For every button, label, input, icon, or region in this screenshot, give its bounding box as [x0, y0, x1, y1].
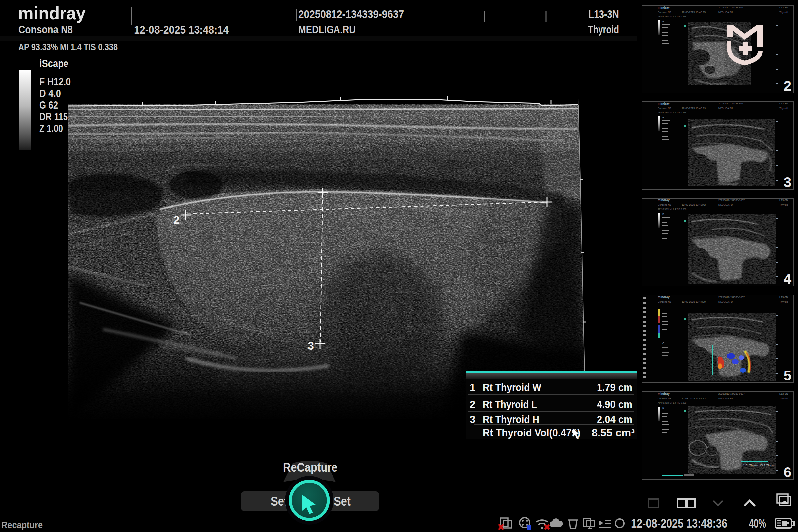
svg-text:20250812-134339-9637: 20250812-134339-9637: [298, 8, 404, 20]
svg-text:Consona N8: Consona N8: [658, 397, 671, 400]
svg-text:Rt Thyroid Vol(0.479): Rt Thyroid Vol(0.479): [483, 427, 580, 439]
svg-text:12-08-2025 13:48:14: 12-08-2025 13:48:14: [134, 23, 229, 36]
svg-text:C: C: [662, 342, 665, 345]
svg-text:Consona N8: Consona N8: [658, 300, 671, 303]
svg-text:ReCapture: ReCapture: [283, 460, 338, 474]
svg-text:2: 2: [470, 399, 475, 410]
svg-text:20250812-134339-9637: 20250812-134339-9637: [718, 102, 745, 105]
svg-text:6: 6: [784, 464, 791, 480]
svg-text:L13-3N: L13-3N: [779, 199, 788, 202]
svg-text:1.79 cm: 1.79 cm: [597, 382, 632, 393]
svg-text:L13-3N: L13-3N: [779, 392, 788, 395]
svg-text:Set: Set: [334, 494, 351, 508]
svg-text:12-08-2025 13:48:42: 12-08-2025 13:48:42: [682, 204, 706, 207]
svg-text:B: B: [662, 116, 664, 119]
svg-text:Recapture: Recapture: [1, 519, 42, 530]
svg-text:mindray: mindray: [658, 392, 670, 396]
svg-text:Consona N8: Consona N8: [18, 23, 73, 36]
svg-text:20250812-134339-9637: 20250812-134339-9637: [718, 199, 745, 202]
svg-text:Rt Thyroid L: Rt Thyroid L: [483, 399, 537, 410]
svg-text:Consona N8: Consona N8: [658, 204, 671, 207]
svg-text:AP 93.33% MI 1.4 TIS 0.338: AP 93.33% MI 1.4 TIS 0.338: [658, 15, 686, 18]
svg-text:Rt Thyroid W: Rt Thyroid W: [483, 382, 542, 393]
svg-text:mindray: mindray: [658, 295, 670, 299]
svg-text:12-08-2025 13:48:29: 12-08-2025 13:48:29: [682, 107, 706, 110]
svg-text:12-08-2025 13:48:36: 12-08-2025 13:48:36: [631, 517, 727, 530]
svg-text:Thyroid: Thyroid: [779, 204, 788, 207]
svg-text:mindray: mindray: [658, 102, 670, 106]
svg-text:3: 3: [470, 414, 475, 425]
svg-text:MEDLIGA.RU: MEDLIGA.RU: [718, 204, 733, 207]
svg-text:20250812-134339-9637: 20250812-134339-9637: [718, 392, 745, 395]
svg-text:B: B: [662, 20, 664, 23]
svg-text:12-08-2025 13:47:13: 12-08-2025 13:47:13: [682, 397, 706, 400]
svg-text:MEDLIGA.RU: MEDLIGA.RU: [298, 23, 356, 36]
svg-text:G 62: G 62: [39, 99, 58, 111]
svg-text:L13-3N: L13-3N: [779, 6, 788, 9]
svg-text:DR 115: DR 115: [39, 111, 68, 123]
svg-text:1 Rt Thyroid W 1.79 cm: 1 Rt Thyroid W 1.79 cm: [743, 463, 774, 467]
svg-text:Z 1.00: Z 1.00: [39, 123, 63, 134]
svg-text:mindray: mindray: [658, 198, 670, 202]
svg-text:Thyroid: Thyroid: [588, 23, 619, 36]
svg-text:12-08-2025 13:48:25: 12-08-2025 13:48:25: [682, 11, 706, 14]
svg-text:MEDLIGA.RU: MEDLIGA.RU: [718, 11, 733, 14]
svg-text:4: 4: [784, 271, 792, 287]
svg-text:3: 3: [784, 174, 791, 190]
svg-text:Consona N8: Consona N8: [658, 107, 671, 110]
svg-text:AP 93.33% MI 1.4 TIS 0.338: AP 93.33% MI 1.4 TIS 0.338: [658, 111, 686, 114]
svg-text:MEDLIGA.RU: MEDLIGA.RU: [718, 300, 733, 303]
svg-text:2: 2: [173, 213, 179, 226]
svg-text:AP 93.33% MI 1.4 TIS 0.338: AP 93.33% MI 1.4 TIS 0.338: [18, 41, 118, 52]
svg-text:Thyroid: Thyroid: [779, 397, 788, 400]
svg-text:AP 93.33% MI 1.4 TIS 0.338: AP 93.33% MI 1.4 TIS 0.338: [658, 402, 686, 404]
svg-text:8.55 cm³: 8.55 cm³: [591, 427, 635, 439]
svg-text:L13-3N: L13-3N: [779, 102, 788, 105]
svg-text:1: 1: [470, 382, 475, 393]
svg-text:Consona N8: Consona N8: [658, 11, 671, 14]
svg-text:F H12.0: F H12.0: [39, 76, 71, 88]
svg-text:Thyroid: Thyroid: [779, 300, 788, 303]
svg-text:2: 2: [784, 78, 791, 94]
svg-text:L13-3N: L13-3N: [779, 296, 788, 299]
svg-text:5: 5: [784, 368, 791, 383]
svg-text:MEDLIGA.RU: MEDLIGA.RU: [718, 397, 733, 400]
svg-text:20250812-134339-9637: 20250812-134339-9637: [718, 6, 745, 9]
svg-text:Thyroid: Thyroid: [779, 107, 788, 110]
svg-text:MEDLIGA.RU: MEDLIGA.RU: [718, 107, 733, 110]
svg-text:12-08-2025 13:47:39: 12-08-2025 13:47:39: [682, 300, 706, 303]
svg-text:iScape: iScape: [39, 57, 69, 70]
svg-text:D 4.0: D 4.0: [39, 88, 61, 99]
svg-text:AP 93.33% MI 1.4 TIS 0.338: AP 93.33% MI 1.4 TIS 0.338: [658, 208, 686, 210]
svg-text:B: B: [662, 406, 664, 409]
svg-text:L13-3N: L13-3N: [588, 8, 619, 20]
svg-text:2.04 cm: 2.04 cm: [597, 414, 632, 425]
svg-text:20250812-134339-9637: 20250812-134339-9637: [718, 296, 745, 299]
svg-text:B: B: [662, 213, 664, 216]
svg-text:mindray: mindray: [658, 6, 670, 9]
svg-text:4.90 cm: 4.90 cm: [597, 399, 632, 410]
svg-text:Thyroid: Thyroid: [779, 11, 788, 14]
svg-text:Rt Thyroid H: Rt Thyroid H: [483, 414, 539, 425]
svg-text:3: 3: [307, 340, 314, 352]
svg-text:mindray: mindray: [18, 3, 86, 23]
svg-text:40%: 40%: [749, 517, 766, 530]
